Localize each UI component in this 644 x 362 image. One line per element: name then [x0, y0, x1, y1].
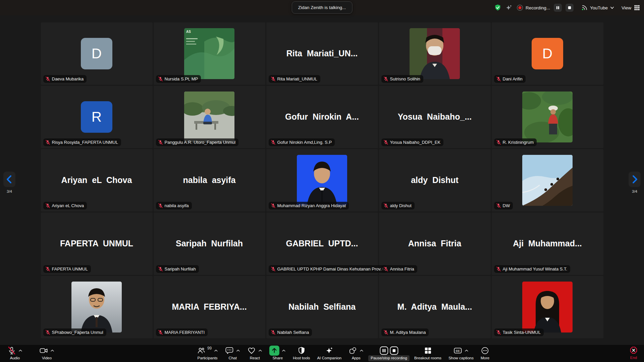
toolbar-button-audio[interactable]: Audio: [7, 346, 22, 361]
participant-name-text: SPrabowo_Faperta Unmul: [52, 330, 103, 335]
toolbar-button-participants[interactable]: 99Participants: [197, 346, 218, 361]
security-shield-icon[interactable]: [494, 4, 501, 11]
participant-name-text: Aji Muhammad Yusuf Winata S.T.: [503, 266, 568, 272]
chevron-up-icon[interactable]: [282, 349, 286, 352]
participant-tile[interactable]: nabila asyifanabila asyifa: [154, 149, 265, 212]
participant-tile[interactable]: Rita Mariati_UN...Rita Mariati_UNMUL: [266, 22, 378, 85]
view-button[interactable]: View: [622, 4, 641, 11]
participant-photo: [297, 155, 347, 206]
toolbar-label: Chat: [229, 356, 237, 361]
mic-muted-icon: [383, 330, 388, 335]
participant-tile[interactable]: SPrabowo_Faperta Unmul: [41, 276, 153, 338]
chevron-up-icon[interactable]: [236, 349, 240, 352]
end-label: End: [630, 356, 637, 360]
participant-photo: [522, 155, 573, 206]
participant-tile[interactable]: Nabilah SelfianaNabilah Selfiana: [266, 276, 378, 338]
chevron-up-icon[interactable]: [214, 349, 218, 352]
end-meeting-button[interactable]: End: [629, 346, 638, 360]
participant-display-name: GABRIEL UPTD...: [286, 239, 358, 248]
mic-muted-icon: [383, 266, 388, 272]
participant-tile[interactable]: DDaeva Mubarika: [41, 22, 153, 85]
participant-tile[interactable]: Tasik Sinta-UNMUL: [492, 276, 603, 338]
participant-name-text: DW: [503, 203, 510, 208]
participant-display-name: FAPERTA UNMUL: [60, 239, 133, 248]
participant-name-text: aldy Dishut: [390, 203, 412, 208]
previous-page-button[interactable]: [3, 172, 15, 187]
participant-tile[interactable]: Panggulu A.R. Utoro_Faperta Unmul: [154, 86, 265, 148]
participant-name-text: Gofur Nirokin Amd,Ling. S.P: [277, 140, 332, 145]
participant-photo: AS: [184, 28, 234, 79]
participant-tile[interactable]: RRisya Rosyida_FAPERTA UNMUL: [41, 86, 153, 148]
participant-tile[interactable]: ASNursida S.Pt, MP: [154, 22, 265, 85]
ai-sparkle-icon[interactable]: [505, 4, 513, 11]
participant-name-label: Dani Arifin: [494, 75, 526, 83]
participant-name-text: GABRIEL UPTD KPHP Damai Dinas Kehutanan …: [277, 266, 388, 272]
participant-tile[interactable]: aldy Dishutaldy Dishut: [379, 149, 491, 212]
participant-name-text: Dani Arifin: [503, 76, 523, 81]
pause-icon: [555, 5, 560, 10]
participant-tile[interactable]: Ariyan eL ChovaAriyan eL Chova: [41, 149, 153, 212]
svg-text:AS: AS: [186, 30, 191, 34]
mic-muted-icon: [496, 140, 501, 145]
mic-muted-icon: [271, 203, 276, 208]
chevron-right-icon: [631, 175, 639, 184]
toolbar-button-breakout-rooms[interactable]: Breakout rooms: [414, 346, 441, 361]
mic-muted-icon: [496, 266, 501, 272]
chevron-up-icon[interactable]: [360, 349, 364, 352]
next-page-button[interactable]: [629, 172, 641, 187]
pause-recording-button[interactable]: [554, 4, 562, 12]
participant-name-label: Ariyan eL Chova: [43, 202, 87, 209]
participant-display-name: Saripah Nurfilah: [176, 239, 243, 248]
participant-tile[interactable]: Sutrisno Solihin: [379, 22, 491, 85]
meeting-top-bar: Zidan Zenith is talking... Recording... …: [0, 0, 644, 15]
live-stream-status[interactable]: YouTube: [581, 4, 614, 11]
participant-name-label: Nabilah Selfiana: [269, 328, 312, 336]
toolbar-button-apps[interactable]: Apps: [348, 346, 364, 361]
toolbar-button-react[interactable]: React: [247, 346, 262, 361]
participant-tile[interactable]: GABRIEL UPTD...GABRIEL UPTD KPHP Damai D…: [266, 213, 378, 275]
participant-tile[interactable]: M. Aditya Maula...M. Aditya Maulana: [379, 276, 491, 338]
participant-tile[interactable]: Gofur Nirokin A...Gofur Nirokin Amd,Ling…: [266, 86, 378, 148]
svg-text:CC: CC: [456, 349, 460, 352]
toolbar-button-show-captions[interactable]: CCShow captions: [448, 346, 474, 361]
toolbar-label: Pause/stop recording: [368, 355, 410, 361]
mic-muted-icon: [45, 203, 50, 208]
toolbar-button-share[interactable]: Share: [269, 346, 286, 361]
participant-tile[interactable]: DW: [492, 149, 603, 212]
toolbar-button-chat[interactable]: Chat: [225, 346, 240, 361]
chevron-up-icon[interactable]: [18, 349, 22, 352]
breakout-rooms-icon: [424, 346, 432, 355]
participant-photo: [522, 92, 573, 142]
chevron-up-icon[interactable]: [50, 349, 54, 352]
toolbar-button-more[interactable]: More: [481, 346, 489, 361]
page-indicator: 3/4: [632, 189, 637, 193]
participant-name-text: Daeva Mubarika: [52, 76, 84, 81]
participant-tile[interactable]: Muhammad Rizyan Anggra Hidayat: [266, 149, 378, 212]
participant-display-name: Annisa Fitria: [408, 239, 461, 248]
chevron-up-icon[interactable]: [465, 349, 469, 352]
live-stream-icon: [581, 4, 588, 11]
toolbar-button-host-tools[interactable]: Host tools: [293, 346, 310, 361]
chevron-down-icon[interactable]: [610, 5, 614, 10]
participant-tile[interactable]: MARIA FEBRIYA...MARIA FEBRIYANTI: [154, 276, 265, 338]
toolbar-button-video[interactable]: Video: [39, 346, 54, 361]
participant-tile[interactable]: Saripah NurfilahSaripah Nurfilah: [154, 213, 265, 275]
toolbar-button-ai-companion[interactable]: AI Companion: [317, 346, 341, 361]
participant-tile[interactable]: R. Kristiningrum: [492, 86, 603, 148]
participant-name-label: Risya Rosyida_FAPERTA UNMUL: [43, 138, 121, 146]
stop-recording-button[interactable]: [566, 4, 574, 12]
participant-tile[interactable]: FAPERTA UNMULFAPERTA UNMUL: [41, 213, 153, 275]
participant-tile[interactable]: DDani Arifin: [492, 22, 603, 85]
participant-display-name: aldy Dishut: [411, 175, 459, 185]
participant-name-label: Saripah Nurfilah: [156, 265, 199, 273]
participant-name-text: Nabilah Selfiana: [277, 330, 309, 335]
participant-tile[interactable]: Annisa FitriaAnnisa Fitria: [379, 213, 491, 275]
toolbar-button-pause-stop-recording[interactable]: Pause/stop recording: [371, 346, 407, 361]
toolbar-label: Breakout rooms: [414, 356, 441, 361]
participant-photo: [522, 282, 573, 333]
participant-tile[interactable]: Aji Muhammad...Aji Muhammad Yusuf Winata…: [492, 213, 603, 275]
participant-tile[interactable]: Yosua Naibaho_...Yosua Naibaho_DDPI_EK: [379, 86, 491, 148]
participant-photo: [184, 92, 234, 142]
participant-name-label: Sutrisno Solihin: [381, 75, 423, 83]
chevron-up-icon[interactable]: [258, 349, 262, 352]
